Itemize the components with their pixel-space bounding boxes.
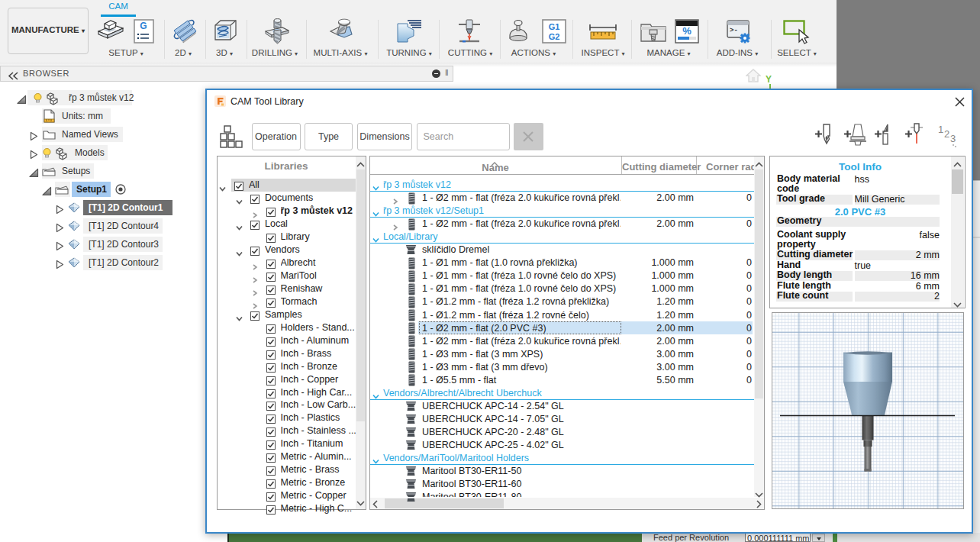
svg-text:G2: G2	[549, 32, 560, 41]
svg-text:1: 1	[938, 124, 943, 135]
svg-text:%: %	[682, 25, 691, 37]
svg-text:>-: >-	[730, 27, 738, 34]
svg-text:G1: G1	[549, 22, 560, 31]
svg-text:G: G	[140, 21, 147, 31]
svg-text:2: 2	[944, 128, 949, 140]
svg-text:3: 3	[950, 133, 956, 144]
